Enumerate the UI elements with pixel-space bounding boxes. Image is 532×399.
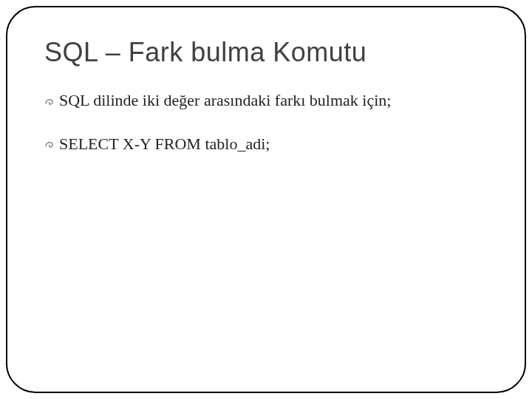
bullet-item: SELECT X-Y FROM tablo_adi;	[44, 134, 488, 155]
bullet-item: SQL dilinde iki değer arasındaki farkı b…	[44, 90, 488, 112]
slide-title: SQL – Fark bulma Komutu	[44, 37, 488, 68]
bullet-text: SELECT X-Y FROM tablo_adi;	[59, 134, 270, 155]
slide-frame: SQL – Fark bulma Komutu SQL dilinde iki …	[6, 6, 526, 393]
bullet-icon	[44, 92, 56, 109]
bullet-text: SQL dilinde iki değer arasındaki farkı b…	[59, 90, 391, 112]
bullet-icon	[44, 136, 56, 153]
